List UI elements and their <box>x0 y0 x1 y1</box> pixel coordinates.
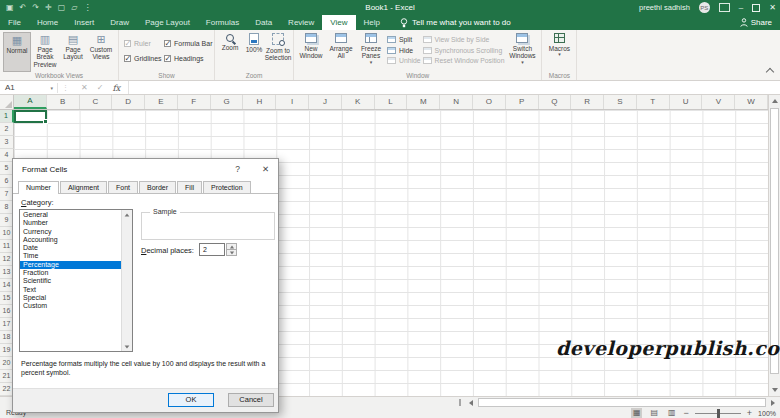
category-item-accounting[interactable]: Accounting <box>20 236 122 244</box>
ribbon-button-100-[interactable]: 100% <box>242 32 266 72</box>
ribbon-button-normal[interactable]: ▦Normal <box>3 32 31 72</box>
checkbox-box-headings[interactable] <box>164 55 171 62</box>
tab-scrollbar-splitter[interactable] <box>459 399 461 406</box>
column-header-r[interactable]: R <box>571 95 604 109</box>
category-item-text[interactable]: Text <box>20 286 122 294</box>
ribbon-button-hide[interactable]: Hide <box>387 47 421 54</box>
column-header-d[interactable]: D <box>112 95 145 109</box>
ribbon-button-split[interactable]: Split <box>387 36 421 43</box>
zoom-slider[interactable] <box>695 413 741 414</box>
column-header-w[interactable]: W <box>735 95 768 109</box>
column-header-v[interactable]: V <box>702 95 735 109</box>
status-normal-view-icon[interactable]: ▦ <box>631 408 643 418</box>
ribbon-tab-draw[interactable]: Draw <box>102 15 137 30</box>
row-header-2[interactable]: 2 <box>0 123 14 136</box>
column-header-c[interactable]: C <box>80 95 113 109</box>
category-item-currency[interactable]: Currency <box>20 228 122 236</box>
scroll-right-icon[interactable] <box>767 397 779 408</box>
dialog-tab-border[interactable]: Border <box>139 181 176 193</box>
ribbon-tab-data[interactable]: Data <box>247 15 280 30</box>
ribbon-button-custom-views[interactable]: ⊞Custom Views <box>87 32 115 72</box>
dialog-tab-number[interactable]: Number <box>18 181 59 194</box>
ok-button[interactable]: OK <box>168 393 214 407</box>
dialog-tab-protection[interactable]: Protection <box>203 181 251 193</box>
insert-function-icon[interactable]: fx <box>112 83 120 93</box>
checkbox-headings[interactable]: Headings <box>164 55 212 62</box>
dialog-close-icon[interactable]: ✕ <box>262 164 269 174</box>
ribbon-tab-home[interactable]: Home <box>29 15 66 30</box>
horizontal-scroll-thumb[interactable] <box>478 398 766 407</box>
column-header-h[interactable]: H <box>243 95 276 109</box>
ribbon-tab-view[interactable]: View <box>322 15 355 30</box>
checkbox-box-formula-bar[interactable] <box>164 40 171 47</box>
category-item-time[interactable]: Time <box>20 252 122 260</box>
decimal-places-input[interactable]: 2 <box>199 243 225 256</box>
dialog-tab-alignment[interactable]: Alignment <box>60 181 107 193</box>
ribbon-button-zoom[interactable]: Zoom <box>218 32 242 72</box>
scroll-left-icon[interactable] <box>465 397 477 408</box>
category-item-fraction[interactable]: Fraction <box>20 269 122 277</box>
category-item-general[interactable]: General <box>20 211 122 219</box>
dialog-tab-fill[interactable]: Fill <box>177 181 202 193</box>
dialog-tab-font[interactable]: Font <box>108 181 138 193</box>
checkbox-formula-bar[interactable]: Formula Bar <box>164 40 212 47</box>
ribbon-tab-help[interactable]: Help <box>356 15 388 30</box>
spinner-up-icon[interactable] <box>226 243 237 250</box>
ribbon-button-new-window[interactable]: New Window <box>297 32 325 72</box>
ribbon-button-freeze-panes[interactable]: Freeze Panes▾ <box>357 32 385 72</box>
dialog-help-icon[interactable]: ? <box>235 164 240 174</box>
category-item-custom[interactable]: Custom <box>20 302 122 310</box>
column-header-f[interactable]: F <box>178 95 211 109</box>
zoom-slider-thumb[interactable] <box>717 409 720 418</box>
checkbox-gridlines[interactable]: Gridlines <box>124 55 164 62</box>
ribbon-tab-file[interactable]: File <box>0 15 29 30</box>
category-item-special[interactable]: Special <box>20 294 122 302</box>
column-header-k[interactable]: K <box>342 95 375 109</box>
checkbox-box-gridlines[interactable] <box>124 55 131 62</box>
tell-me-box[interactable]: Tell me what you want to do <box>388 15 511 30</box>
ribbon-display-options-icon[interactable] <box>719 3 730 12</box>
column-header-m[interactable]: M <box>407 95 440 109</box>
formula-bar-resize-handle[interactable]: ⋮ <box>57 83 73 93</box>
category-item-date[interactable]: Date <box>20 244 122 252</box>
zoom-in-button[interactable]: + <box>747 408 752 418</box>
column-header-q[interactable]: Q <box>539 95 572 109</box>
column-header-n[interactable]: N <box>440 95 473 109</box>
select-all-corner[interactable] <box>0 95 14 109</box>
vertical-scroll-thumb[interactable] <box>770 108 779 374</box>
column-header-i[interactable]: I <box>276 95 309 109</box>
cancel-button[interactable]: Cancel <box>228 393 274 407</box>
column-header-b[interactable]: B <box>47 95 80 109</box>
column-header-o[interactable]: O <box>473 95 506 109</box>
ribbon-button-page-break-preview[interactable]: ▥Page Break Preview <box>31 32 59 72</box>
column-header-u[interactable]: U <box>670 95 703 109</box>
cancel-entry-icon[interactable]: ✕ <box>81 83 88 92</box>
ribbon-button-page-layout[interactable]: ▤Page Layout <box>59 32 87 72</box>
spinner-down-icon[interactable] <box>226 250 237 256</box>
enter-entry-icon[interactable]: ✓ <box>97 83 104 92</box>
ribbon-tab-page-layout[interactable]: Page Layout <box>137 15 198 30</box>
listbox-scrollbar[interactable] <box>121 210 132 351</box>
ribbon-button-zoom-to-selection[interactable]: Zoom to Selection <box>266 32 290 72</box>
column-header-p[interactable]: P <box>506 95 539 109</box>
category-item-percentage[interactable]: Percentage <box>20 261 122 269</box>
row-header-1[interactable]: 1 <box>0 110 14 123</box>
status-page-layout-view-icon[interactable]: ▤ <box>648 408 660 418</box>
column-header-e[interactable]: E <box>145 95 178 109</box>
ribbon-tab-insert[interactable]: Insert <box>66 15 102 30</box>
category-item-number[interactable]: Number <box>20 219 122 227</box>
formula-input[interactable] <box>129 81 780 94</box>
category-item-scientific[interactable]: Scientific <box>20 277 122 285</box>
column-header-t[interactable]: T <box>637 95 670 109</box>
zoom-out-button[interactable]: − <box>684 408 689 418</box>
collapse-ribbon-icon[interactable] <box>766 68 774 76</box>
ribbon-button-switch-windows[interactable]: Switch Windows▾ <box>506 32 538 72</box>
listbox-scroll-up-icon[interactable] <box>122 210 131 219</box>
status-page-break-view-icon[interactable]: ▥ <box>666 408 678 418</box>
avatar[interactable]: PS <box>699 2 710 13</box>
listbox-scroll-down-icon[interactable] <box>122 342 131 351</box>
close-button[interactable]: ✕ <box>769 0 776 15</box>
scroll-up-icon[interactable] <box>769 95 780 107</box>
ribbon-button-macros[interactable]: Macros▾ <box>545 32 573 72</box>
column-header-j[interactable]: J <box>309 95 342 109</box>
